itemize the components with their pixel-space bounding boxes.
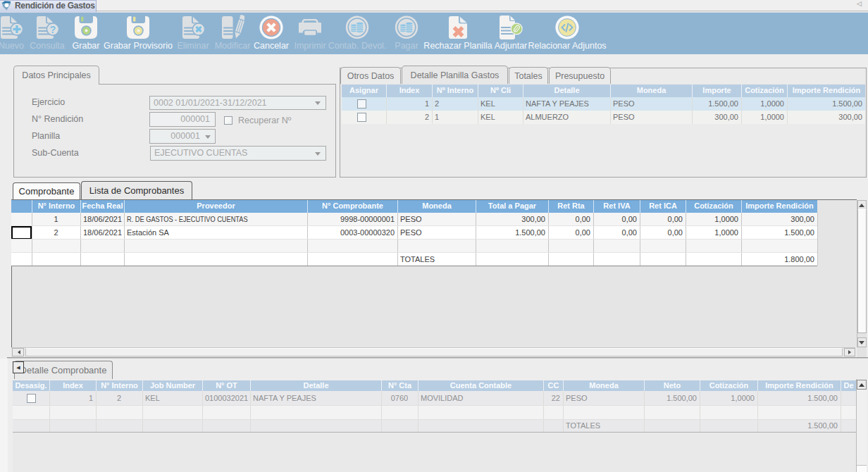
svg-text:?: ?	[50, 24, 56, 35]
